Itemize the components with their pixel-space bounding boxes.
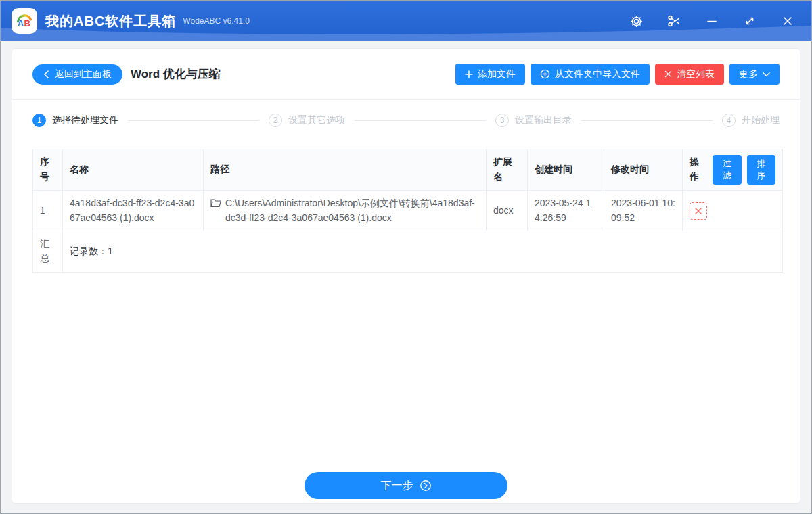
sort-button[interactable]: 排序 [747, 155, 775, 185]
col-header-created: 创建时间 [528, 149, 604, 191]
main-panel: 返回到主面板 Word 优化与压缩 添加文件 从文件夹中导入文件 清空列表 更多 [12, 48, 800, 504]
more-label: 更多 [739, 68, 758, 80]
cell-index: 1 [33, 191, 63, 231]
clear-list-label: 清空列表 [677, 68, 715, 80]
next-step-button[interactable]: 下一步 [304, 472, 508, 499]
svg-text:A: A [18, 18, 24, 28]
cell-modified: 2023-06-01 10:09:52 [604, 191, 683, 231]
circle-chevron-right-icon [420, 480, 432, 492]
col-header-path: 路径 [204, 149, 487, 191]
col-header-name: 名称 [63, 149, 204, 191]
step-3-label: 设置输出目录 [515, 114, 572, 126]
table-row: 1 4a18d3af-dc3d-ff23-d2c4-3a067ae04563 (… [33, 191, 783, 231]
file-table: 序号 名称 路径 扩展名 创建时间 修改时间 操作 过滤 排序 [32, 149, 783, 273]
app-version: WodeABC v6.41.0 [183, 16, 250, 26]
chevron-down-icon [763, 72, 770, 77]
filter-button[interactable]: 过滤 [713, 155, 741, 185]
step-set-options: 2 设置其它选项 [269, 114, 345, 127]
step-4-label: 开始处理 [742, 114, 780, 126]
back-button-label: 返回到主面板 [55, 68, 112, 80]
operation-label: 操作 [690, 155, 707, 184]
step-indicator: 1 选择待处理文件 2 设置其它选项 3 设置输出目录 4 开始处理 [12, 100, 800, 141]
import-from-folder-button[interactable]: 从文件夹中导入文件 [531, 64, 650, 85]
svg-text:B: B [24, 18, 30, 28]
step-connector [355, 120, 486, 121]
col-header-index: 序号 [33, 149, 63, 191]
settings-gear-icon[interactable] [629, 14, 644, 28]
clear-list-button[interactable]: 清空列表 [655, 64, 724, 85]
modified-time: 2023-06-01 10:09:52 [611, 196, 675, 225]
step-connector [128, 120, 259, 121]
maximize-icon[interactable] [742, 14, 757, 28]
step-connector [581, 120, 713, 121]
next-step-label: 下一步 [381, 479, 413, 493]
back-to-dashboard-button[interactable]: 返回到主面板 [32, 64, 122, 85]
page-title: Word 优化与压缩 [131, 66, 221, 82]
app-logo: A B [12, 8, 37, 34]
step-4-circle: 4 [722, 114, 736, 127]
plus-icon [465, 70, 473, 78]
step-2-circle: 2 [269, 114, 282, 127]
close-icon[interactable] [780, 14, 795, 28]
summary-label: 汇总 [33, 231, 63, 272]
summary-row: 汇总 记录数：1 [33, 231, 783, 272]
file-path: C:\Users\Administrator\Desktop\示例文件\转换前\… [225, 196, 479, 225]
chevron-left-icon [43, 70, 49, 78]
add-file-label: 添加文件 [478, 68, 516, 80]
folder-icon [210, 198, 221, 208]
step-1-label: 选择待处理文件 [52, 114, 118, 126]
table-header-row: 序号 名称 路径 扩展名 创建时间 修改时间 操作 过滤 排序 [33, 149, 783, 191]
minimize-icon[interactable] [704, 14, 719, 28]
import-folder-label: 从文件夹中导入文件 [555, 68, 640, 80]
created-time: 2023-05-24 14:26:59 [535, 196, 597, 225]
step-1-circle: 1 [32, 114, 46, 127]
cell-ext: docx [487, 191, 528, 231]
scissors-icon[interactable] [667, 14, 681, 28]
step-3-circle: 3 [495, 114, 509, 127]
circle-plus-icon [540, 69, 550, 79]
app-title: 我的ABC软件工具箱 [45, 12, 176, 30]
file-name: 4a18d3af-dc3d-ff23-d2c4-3a067ae04563 (1)… [70, 196, 196, 225]
cell-created: 2023-05-24 14:26:59 [528, 191, 604, 231]
cell-path: C:\Users\Administrator\Desktop\示例文件\转换前\… [204, 191, 487, 231]
delete-x-icon [694, 207, 702, 215]
window-controls [629, 14, 800, 28]
col-header-ext: 扩展名 [487, 149, 528, 191]
add-file-button[interactable]: 添加文件 [455, 64, 525, 85]
col-header-operation: 操作 过滤 排序 [683, 149, 783, 191]
delete-row-button[interactable] [690, 202, 707, 220]
file-table-container: 序号 名称 路径 扩展名 创建时间 修改时间 操作 过滤 排序 [12, 141, 800, 273]
header-actions: 添加文件 从文件夹中导入文件 清空列表 更多 [455, 64, 780, 85]
step-2-label: 设置其它选项 [288, 114, 345, 126]
step-select-files: 1 选择待处理文件 [32, 114, 118, 127]
step-start-process: 4 开始处理 [722, 114, 780, 127]
panel-header: 返回到主面板 Word 优化与压缩 添加文件 从文件夹中导入文件 清空列表 更多 [12, 49, 800, 100]
cell-name: 4a18d3af-dc3d-ff23-d2c4-3a067ae04563 (1)… [63, 191, 204, 231]
step-output-dir: 3 设置输出目录 [495, 114, 572, 127]
cell-operation [683, 191, 783, 231]
col-header-modified: 修改时间 [604, 149, 683, 191]
titlebar: A B 我的ABC软件工具箱 WodeABC v6.41.0 [1, 1, 811, 41]
summary-value: 记录数：1 [63, 231, 783, 272]
more-button[interactable]: 更多 [729, 64, 780, 85]
x-icon [664, 70, 672, 78]
